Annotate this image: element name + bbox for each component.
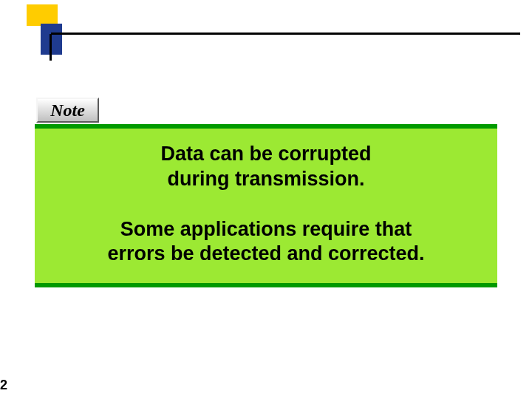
panel-body: Data can be corrupted during transmissio…	[35, 129, 497, 283]
slide: Note Data can be corrupted during transm…	[0, 0, 532, 399]
note-badge: Note	[36, 98, 99, 123]
note-panel: Data can be corrupted during transmissio…	[35, 124, 497, 287]
body-line-3: Some applications require that	[42, 217, 490, 242]
decor-rule-vertical	[50, 34, 52, 61]
body-gap	[42, 192, 490, 217]
panel-bottom-border	[35, 283, 497, 287]
decor-square-yellow	[27, 4, 58, 26]
page-number: 2	[0, 378, 7, 393]
body-line-2: during transmission.	[42, 167, 490, 192]
decor-rule-horizontal	[51, 33, 520, 35]
body-line-1: Data can be corrupted	[42, 142, 490, 167]
body-line-4: errors be detected and corrected.	[42, 242, 490, 267]
